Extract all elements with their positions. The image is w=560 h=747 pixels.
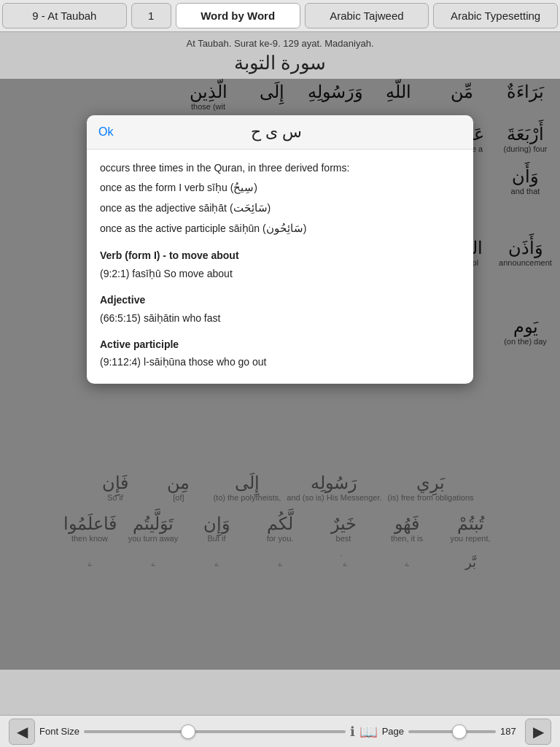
surah-info: At Taubah. Surat ke-9. 129 ayat. Madaniy…: [7, 38, 553, 49]
modal-header: Ok س ی ح: [87, 115, 473, 150]
top-nav: 9 - At Taubah 1 Word by Word Arabic Tajw…: [0, 0, 560, 32]
page-label: Page: [382, 726, 404, 737]
modal-adj-title: Adjective: [100, 292, 460, 308]
modal-line1: occurs three times in the Quran, in thre…: [100, 160, 460, 176]
modal-verb-title: Verb (form I) - to move about: [100, 247, 460, 263]
modal-participle-ref: (9:112:4) l-sāiḥūna those who go out: [100, 354, 460, 370]
modal-line4: once as the active participle sāiḥūn (سَ…: [100, 220, 460, 237]
arabic-tajweed-button[interactable]: Arabic Tajweed: [305, 3, 429, 28]
modal-title: س ی ح: [113, 123, 440, 142]
modal-line2: once as the form I verb sīḥu (سِيحُ): [100, 179, 460, 196]
modal-ok-button[interactable]: Ok: [98, 125, 113, 139]
bottom-toolbar: ◀ Font Size ℹ 📖 Page 187 ▶: [0, 715, 560, 747]
page-section: Page 187: [382, 726, 521, 737]
surah-arabic-title: سورة التوبة: [7, 52, 553, 74]
modal-participle-title: Active participle: [100, 336, 460, 352]
modal-line3: once as the adjective sāiḥāt (سَائِحَت): [100, 199, 460, 217]
prev-page-button[interactable]: ◀: [9, 719, 35, 745]
arabic-typesetting-button[interactable]: Arabic Typesetting: [433, 3, 558, 28]
font-size-slider-thumb[interactable]: [181, 724, 195, 739]
info-icon[interactable]: ℹ: [350, 724, 355, 740]
word-by-word-button[interactable]: Word by Word: [176, 3, 300, 28]
page-slider-track[interactable]: [408, 730, 496, 733]
popup-modal: Ok س ی ح occurs three times in the Quran…: [87, 115, 473, 384]
page-num-button[interactable]: 1: [131, 3, 171, 28]
page-slider-thumb[interactable]: [452, 724, 467, 739]
book-icon[interactable]: 📖: [359, 723, 378, 740]
font-size-slider-track[interactable]: [84, 730, 346, 733]
font-size-label: Font Size: [39, 726, 79, 737]
surah-button[interactable]: 9 - At Taubah: [2, 3, 127, 28]
modal-adj-ref: (66:5:15) sāiḥātin who fast: [100, 310, 460, 326]
modal-body: occurs three times in the Quran, in thre…: [87, 150, 473, 384]
page-number: 187: [500, 726, 521, 737]
quran-content-area: بَرَاءَةٌ مِّن اللَّهِ وَرَسُولِهِ إِلَى…: [0, 79, 560, 670]
modal-overlay: Ok س ی ح occurs three times in the Quran…: [0, 79, 560, 670]
next-page-button[interactable]: ▶: [525, 719, 551, 745]
surah-header: At Taubah. Surat ke-9. 129 ayat. Madaniy…: [0, 32, 560, 79]
font-size-section: Font Size ℹ: [39, 724, 355, 740]
modal-verb-ref: (9:2:1) fasīḥū So move about: [100, 266, 460, 282]
